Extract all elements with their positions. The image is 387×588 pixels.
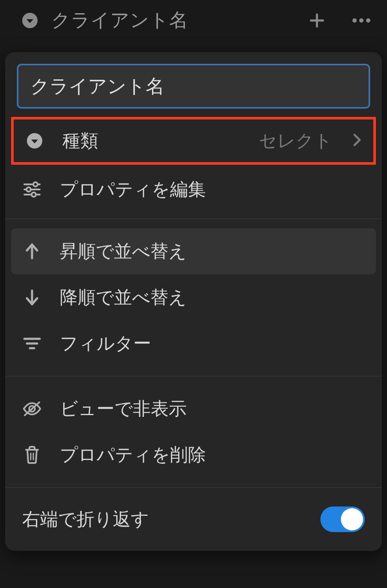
select-property-icon (21, 12, 38, 29)
eye-off-icon (22, 399, 42, 419)
filter-icon (22, 334, 42, 353)
sliders-icon (22, 180, 42, 199)
hide-in-view-item[interactable]: ビューで非表示 (5, 386, 382, 432)
sort-desc-label: 降順で並べ替え (60, 285, 365, 309)
arrow-down-icon (22, 288, 42, 307)
wrap-label: 右端で折り返す (22, 507, 308, 531)
filter-label: フィルター (60, 332, 365, 355)
wrap-toggle[interactable] (320, 506, 365, 532)
property-menu-dropdown: 種類 セレクト プロパティを編集 昇順で並べ替え (5, 52, 382, 551)
delete-property-item[interactable]: プロパティを削除 (5, 432, 382, 478)
arrow-up-icon (22, 242, 42, 261)
sort-ascending-item[interactable]: 昇順で並べ替え (11, 228, 376, 274)
svg-point-8 (26, 187, 31, 192)
edit-property-label: プロパティを編集 (60, 178, 365, 201)
more-options-button[interactable] (351, 17, 372, 23)
column-header[interactable]: クライアント名 (0, 0, 387, 44)
svg-point-3 (366, 18, 370, 23)
svg-point-2 (359, 18, 364, 23)
divider (5, 376, 382, 376)
add-column-button[interactable] (308, 11, 326, 30)
type-value: セレクト (259, 129, 332, 153)
edit-property-item[interactable]: プロパティを編集 (5, 166, 382, 212)
column-title: クライアント名 (51, 8, 295, 33)
divider (5, 218, 382, 219)
property-name-input[interactable] (17, 64, 370, 108)
filter-item[interactable]: フィルター (5, 320, 382, 367)
hide-label: ビューで非表示 (60, 397, 365, 421)
svg-point-6 (33, 182, 38, 186)
select-type-icon (25, 131, 44, 151)
sort-descending-item[interactable]: 降順で並べ替え (5, 274, 382, 320)
divider (5, 487, 382, 488)
delete-label: プロパティを削除 (60, 443, 365, 467)
toggle-knob (341, 508, 363, 530)
chevron-right-icon (352, 131, 362, 150)
trash-icon (22, 445, 42, 465)
sort-asc-label: 昇順で並べ替え (60, 239, 365, 263)
type-label: 種類 (62, 129, 241, 153)
svg-point-1 (352, 18, 357, 23)
property-type-row[interactable]: 種類 セレクト (11, 117, 376, 165)
svg-point-10 (32, 192, 36, 197)
wrap-toggle-row: 右端で折り返す (5, 494, 382, 551)
